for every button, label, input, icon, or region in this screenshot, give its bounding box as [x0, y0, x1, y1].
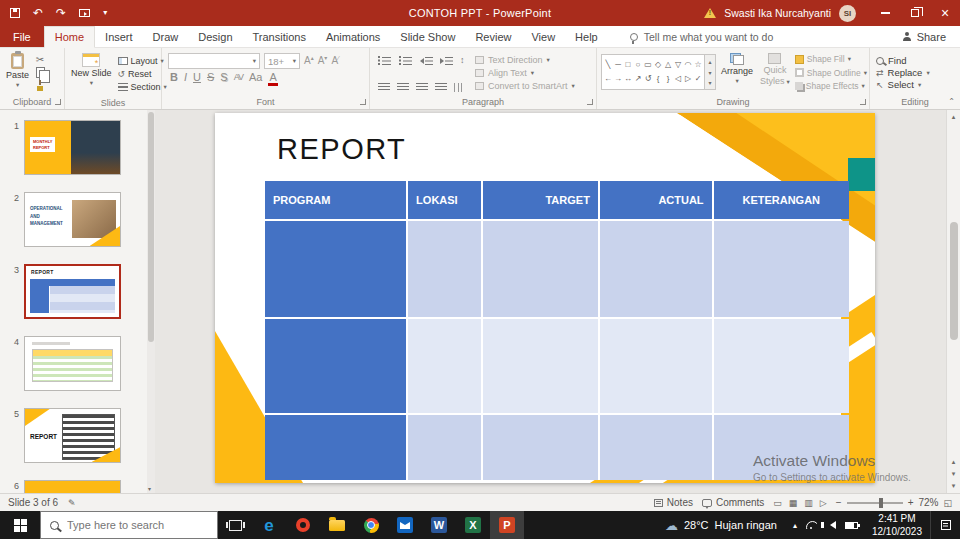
- table-cell[interactable]: [483, 415, 598, 480]
- shape-triangle-left-icon[interactable]: ◁: [675, 74, 681, 83]
- section-button[interactable]: Section▾: [118, 80, 167, 93]
- canvas-scrollbar-thumb[interactable]: [950, 222, 958, 340]
- table-cell[interactable]: [408, 319, 481, 413]
- volume-icon[interactable]: [830, 521, 836, 529]
- edge-taskbar-button[interactable]: e: [252, 511, 286, 539]
- shape-line-icon[interactable]: ╲: [606, 60, 611, 69]
- change-case-button[interactable]: Aa: [247, 72, 264, 83]
- slide-2-thumbnail[interactable]: OPERATIONAL AND MANAGEMENT: [24, 192, 121, 247]
- table-header-cell[interactable]: KETERANGAN: [714, 181, 849, 219]
- shapes-gallery-scrollbar[interactable]: ▴ ▾ ▾: [705, 54, 716, 90]
- tab-review[interactable]: Review: [465, 26, 521, 47]
- shape-outline-button[interactable]: Shape Outline▾: [795, 68, 867, 78]
- bold-button[interactable]: B: [168, 72, 180, 83]
- excel-taskbar-button[interactable]: X: [456, 511, 490, 539]
- shape-line2-icon[interactable]: ─: [615, 60, 621, 69]
- paste-button[interactable]: Paste ▾: [4, 52, 31, 94]
- slide-1-thumbnail[interactable]: MONTHLY REPORT: [24, 120, 121, 175]
- align-left-icon[interactable]: [378, 83, 390, 92]
- tab-animations[interactable]: Animations: [316, 26, 390, 47]
- zoom-slider[interactable]: [847, 502, 903, 504]
- underline-button[interactable]: U: [191, 72, 203, 83]
- network-icon[interactable]: [806, 521, 817, 529]
- text-shadow-button[interactable]: S: [218, 72, 229, 83]
- bullets-icon[interactable]: [378, 55, 392, 65]
- align-center-icon[interactable]: [397, 83, 409, 92]
- clear-formatting-button[interactable]: A∕: [331, 56, 339, 66]
- paragraph-dialog-launcher[interactable]: [587, 99, 593, 105]
- shape-arrow-both-icon[interactable]: ↔: [624, 74, 632, 83]
- thumbnail-scroll-down-icon[interactable]: ▾: [148, 485, 151, 492]
- ink-icon[interactable]: ✎: [68, 498, 76, 508]
- table-cell[interactable]: [265, 319, 406, 413]
- columns-icon[interactable]: [454, 83, 465, 92]
- shapes-scroll-down-icon[interactable]: ▾: [708, 69, 711, 76]
- reading-view-icon[interactable]: ▥: [804, 498, 813, 508]
- start-presentation-icon[interactable]: [79, 9, 90, 17]
- thumbnail-scrollbar[interactable]: ▾: [147, 110, 155, 493]
- zoom-slider-thumb[interactable]: [879, 498, 883, 508]
- table-cell[interactable]: [600, 221, 712, 317]
- shape-brace-left-icon[interactable]: {: [657, 74, 660, 83]
- tab-file[interactable]: File: [0, 26, 44, 47]
- tab-draw[interactable]: Draw: [143, 26, 189, 47]
- replace-button[interactable]: ⇄Replace▾: [876, 67, 930, 78]
- character-spacing-button[interactable]: AV: [232, 73, 245, 82]
- tab-design[interactable]: Design: [188, 26, 242, 47]
- save-icon[interactable]: [10, 8, 20, 18]
- tab-insert[interactable]: Insert: [95, 26, 143, 47]
- strikethrough-button[interactable]: S: [205, 72, 216, 83]
- file-explorer-button[interactable]: [320, 511, 354, 539]
- table-cell[interactable]: [408, 221, 481, 317]
- normal-view-icon[interactable]: ▭: [773, 498, 782, 508]
- chrome-taskbar-button[interactable]: [354, 511, 388, 539]
- table-cell[interactable]: [483, 319, 598, 413]
- shape-triangle-right-icon[interactable]: ▷: [685, 74, 691, 83]
- align-right-icon[interactable]: [416, 83, 428, 92]
- avatar[interactable]: SI: [839, 5, 856, 22]
- table-header-cell[interactable]: PROGRAM: [265, 181, 406, 219]
- tab-slide-show[interactable]: Slide Show: [390, 26, 465, 47]
- cut-icon[interactable]: ✂: [36, 54, 44, 65]
- line-spacing-icon[interactable]: ↕: [460, 55, 465, 65]
- scroll-up-icon[interactable]: ▴: [947, 113, 960, 121]
- taskbar-search[interactable]: [40, 511, 218, 539]
- shape-diamond-icon[interactable]: ◇: [655, 60, 661, 69]
- weather-widget[interactable]: ☁ 28°C Hujan ringan: [655, 511, 787, 539]
- decrease-font-size-button[interactable]: A▾: [318, 56, 328, 66]
- slide[interactable]: REPORT PROGRAM LOKASI TARGET ACTUAL KETE…: [215, 113, 875, 483]
- notes-toggle[interactable]: Notes: [654, 497, 693, 508]
- quick-styles-button[interactable]: Quick Styles▾: [758, 52, 792, 94]
- shape-brace-right-icon[interactable]: }: [667, 74, 670, 83]
- italic-button[interactable]: I: [182, 72, 189, 83]
- slide-show-icon[interactable]: ▷: [820, 498, 827, 508]
- shape-arrow-up-right-icon[interactable]: ↗: [635, 74, 642, 83]
- table-header-cell[interactable]: TARGET: [483, 181, 598, 219]
- shape-rounded-rect-icon[interactable]: ▭: [644, 60, 652, 69]
- increase-indent-icon[interactable]: [440, 55, 453, 65]
- zoom-in-button[interactable]: +: [908, 497, 914, 508]
- shape-arrow-left-icon[interactable]: ←: [604, 74, 612, 83]
- select-button[interactable]: ↖Select▾: [876, 79, 930, 90]
- mail-taskbar-button[interactable]: [388, 511, 422, 539]
- share-button[interactable]: Share: [903, 26, 960, 47]
- zoom-out-button[interactable]: −: [836, 497, 842, 508]
- action-center-button[interactable]: [930, 511, 960, 539]
- shape-star-icon[interactable]: ☆: [694, 60, 701, 69]
- table-header-cell[interactable]: ACTUAL: [600, 181, 712, 219]
- font-color-button[interactable]: A: [266, 72, 279, 83]
- slide-table[interactable]: PROGRAM LOKASI TARGET ACTUAL KETERANGAN: [265, 181, 841, 480]
- battery-icon[interactable]: [845, 522, 858, 529]
- previous-slide-icon[interactable]: ▴: [952, 458, 956, 466]
- layout-button[interactable]: Layout▾: [118, 54, 164, 67]
- search-input[interactable]: [67, 519, 197, 531]
- slide-4-thumbnail[interactable]: [24, 336, 121, 391]
- hidden-icons-chevron[interactable]: ▴: [793, 521, 797, 530]
- shape-rectangle-icon[interactable]: □: [626, 60, 631, 69]
- zoom-level[interactable]: 72%: [918, 497, 938, 508]
- restore-button[interactable]: [900, 0, 930, 26]
- slide-6-thumbnail[interactable]: [24, 480, 121, 493]
- shape-oval-icon[interactable]: ○: [636, 60, 641, 69]
- scroll-down-icon[interactable]: ▾: [952, 482, 956, 490]
- shape-effects-button[interactable]: Shape Effects▾: [795, 81, 867, 91]
